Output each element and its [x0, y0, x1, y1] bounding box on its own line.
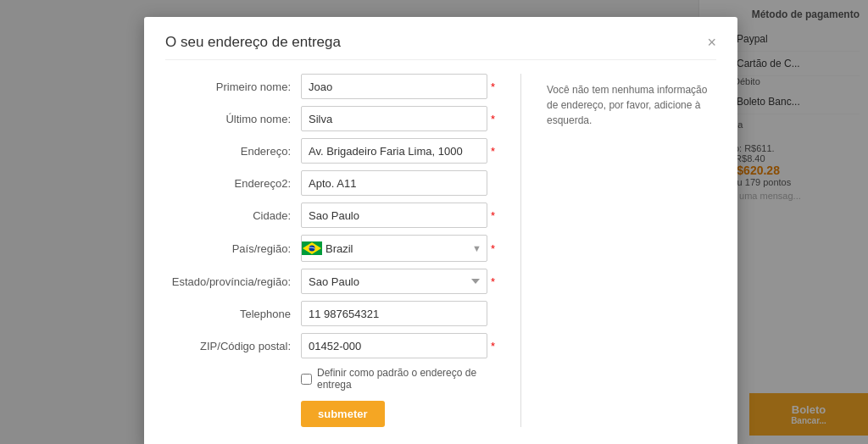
first-name-required: *: [491, 80, 495, 93]
country-dropdown-arrow: ▼: [472, 243, 481, 253]
country-row: País/região: Brazil: [165, 235, 495, 262]
address-input[interactable]: [301, 138, 487, 164]
state-input-wrap: Sao Paulo Rio de Janeiro Minas Gerais Ba…: [301, 269, 487, 294]
phone-row: Telephone *: [165, 301, 495, 326]
address-required: *: [491, 145, 495, 158]
default-address-checkbox[interactable]: [301, 374, 312, 385]
address-input-wrap: [301, 138, 487, 164]
first-name-input-wrap: [301, 74, 487, 99]
default-address-row: Definir como padrão o endereço de entreg…: [301, 367, 495, 391]
zip-input-wrap: [301, 333, 487, 358]
first-name-row: Primeiro nome: *: [165, 74, 495, 99]
submit-button[interactable]: submeter: [301, 401, 385, 427]
city-input[interactable]: [301, 203, 487, 228]
country-label: País/região:: [165, 242, 301, 255]
city-label: Cidade:: [165, 209, 301, 222]
address-label: Endereço:: [165, 145, 301, 158]
last-name-label: Último nome:: [165, 113, 301, 125]
default-address-label[interactable]: Definir como padrão o endereço de entreg…: [317, 367, 495, 391]
phone-label: Telephone: [165, 308, 301, 320]
phone-input[interactable]: [301, 301, 487, 326]
last-name-input[interactable]: [301, 106, 487, 131]
last-name-input-wrap: [301, 106, 487, 131]
state-required: *: [491, 275, 495, 288]
country-select-container: Brazil Argentina United States Portugal …: [301, 235, 487, 262]
modal-close-button[interactable]: ×: [707, 35, 716, 50]
address2-label: Endereço2:: [165, 177, 301, 190]
address2-input-wrap: [301, 170, 487, 196]
info-text: Você não tem nenhuma informação de ender…: [547, 82, 716, 128]
last-name-row: Último nome: *: [165, 106, 495, 131]
state-row: Estado/província/região: Sao Paulo Rio d…: [165, 269, 495, 294]
last-name-required: *: [491, 113, 495, 125]
state-select[interactable]: Sao Paulo Rio de Janeiro Minas Gerais Ba…: [301, 269, 487, 294]
address2-row: Endereço2: *: [165, 170, 495, 196]
first-name-label: Primeiro nome:: [165, 80, 301, 93]
zip-required: *: [491, 340, 495, 352]
zip-input[interactable]: [301, 333, 487, 358]
modal-dialog: O seu endereço de entrega × Primeiro nom…: [144, 17, 737, 444]
zip-row: ZIP/Código postal: *: [165, 333, 495, 358]
country-select[interactable]: Brazil Argentina United States Portugal: [322, 236, 472, 261]
address-row: Endereço: *: [165, 138, 495, 164]
vertical-divider: [520, 74, 521, 427]
brazil-flag-icon: [302, 241, 322, 255]
city-required: *: [491, 209, 495, 222]
first-name-input[interactable]: [301, 74, 487, 99]
modal-title: O seu endereço de entrega: [165, 34, 341, 51]
phone-input-wrap: [301, 301, 487, 326]
info-section: Você não tem nenhuma informação de ender…: [547, 74, 716, 427]
address2-input[interactable]: [301, 170, 487, 196]
city-input-wrap: [301, 203, 487, 228]
city-row: Cidade: *: [165, 203, 495, 228]
state-label: Estado/província/região:: [165, 275, 301, 288]
country-input-wrap: Brazil Argentina United States Portugal …: [301, 235, 487, 262]
modal-header: O seu endereço de entrega ×: [165, 34, 716, 60]
modal-body: Primeiro nome: * Último nome: * Endereço…: [165, 74, 716, 427]
form-section: Primeiro nome: * Último nome: * Endereço…: [165, 74, 495, 427]
zip-label: ZIP/Código postal:: [165, 340, 301, 352]
country-required: *: [491, 242, 495, 255]
